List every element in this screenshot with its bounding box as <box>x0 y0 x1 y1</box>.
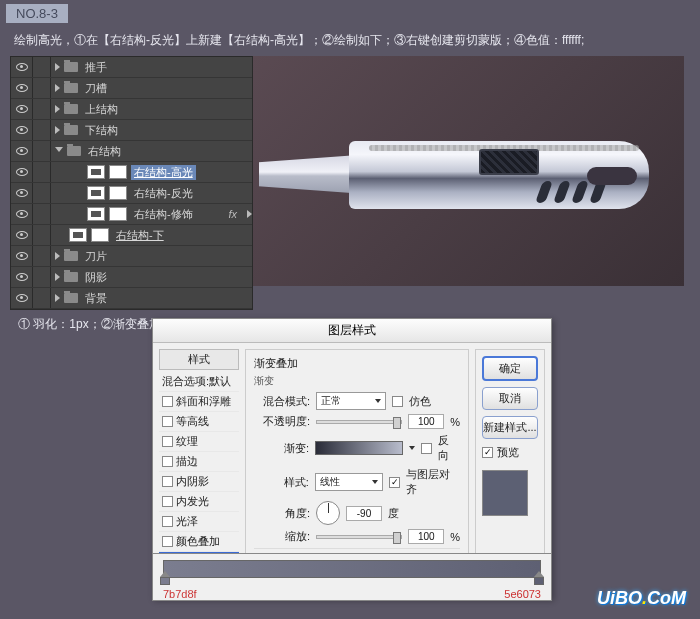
angle-dial[interactable] <box>316 501 340 525</box>
style-item-inner-shadow[interactable]: 内阴影 <box>159 472 239 492</box>
expand-icon[interactable] <box>55 84 60 92</box>
layer-row[interactable]: 背景 <box>11 288 252 309</box>
style-item-satin[interactable]: 光泽 <box>159 512 239 532</box>
layer-row[interactable]: 右结构-修饰fx <box>11 204 252 225</box>
folder-icon <box>64 125 78 135</box>
expand-icon[interactable] <box>247 210 252 218</box>
layer-row[interactable]: 阴影 <box>11 267 252 288</box>
checkbox[interactable] <box>162 496 173 507</box>
ok-button[interactable]: 确定 <box>482 356 538 381</box>
visibility-icon[interactable] <box>16 189 28 197</box>
visibility-icon[interactable] <box>16 63 28 71</box>
folder-icon <box>64 62 78 72</box>
checkbox[interactable] <box>162 396 173 407</box>
gradient-picker[interactable] <box>315 441 403 455</box>
blend-mode-select[interactable]: 正常 <box>316 392 386 410</box>
style-label: 描边 <box>176 454 198 469</box>
style-item-color-overlay[interactable]: 颜色叠加 <box>159 532 239 552</box>
dither-checkbox[interactable] <box>392 396 403 407</box>
visibility-icon[interactable] <box>16 84 28 92</box>
layer-label: 阴影 <box>82 270 110 285</box>
visibility-icon[interactable] <box>16 273 28 281</box>
new-style-button[interactable]: 新建样式... <box>482 416 538 439</box>
expand-icon[interactable] <box>55 294 60 302</box>
checkbox[interactable] <box>162 476 173 487</box>
align-checkbox[interactable] <box>389 477 400 488</box>
visibility-icon[interactable] <box>16 252 28 260</box>
layer-row[interactable]: 推手 <box>11 57 252 78</box>
visibility-icon[interactable] <box>16 126 28 134</box>
checkbox[interactable] <box>162 516 173 527</box>
style-label: 纹理 <box>176 434 198 449</box>
visibility-icon[interactable] <box>16 147 28 155</box>
mask-thumbnail[interactable] <box>109 165 127 179</box>
style-item-blend[interactable]: 混合选项:默认 <box>159 372 239 392</box>
chevron-down-icon <box>372 480 378 484</box>
opacity-unit: % <box>450 416 460 428</box>
layer-label: 刀片 <box>82 249 110 264</box>
layer-row[interactable]: 下结构 <box>11 120 252 141</box>
gradient-editor: 7b7d8f 5e6073 <box>152 553 552 601</box>
layer-row[interactable]: 上结构 <box>11 99 252 120</box>
layer-row[interactable]: 刀槽 <box>11 78 252 99</box>
gradient-bar[interactable] <box>163 560 541 578</box>
visibility-icon[interactable] <box>16 105 28 113</box>
scale-input[interactable]: 100 <box>408 529 444 544</box>
expand-icon[interactable] <box>55 252 60 260</box>
angle-input[interactable]: -90 <box>346 506 382 521</box>
style-label: 样式: <box>254 475 309 490</box>
mask-thumbnail[interactable] <box>109 207 127 221</box>
style-item-inner-glow[interactable]: 内发光 <box>159 492 239 512</box>
checkbox[interactable] <box>162 456 173 467</box>
style-select[interactable]: 线性 <box>315 473 384 491</box>
checkbox[interactable] <box>162 436 173 447</box>
collapse-icon[interactable] <box>55 147 63 156</box>
visibility-icon[interactable] <box>16 294 28 302</box>
mask-thumbnail[interactable] <box>109 186 127 200</box>
visibility-icon[interactable] <box>16 168 28 176</box>
layer-thumbnail[interactable] <box>87 165 105 179</box>
layer-thumbnail[interactable] <box>87 207 105 221</box>
visibility-icon[interactable] <box>16 231 28 239</box>
layer-thumbnail[interactable] <box>69 228 87 242</box>
style-item-texture[interactable]: 纹理 <box>159 432 239 452</box>
layer-row[interactable]: 右结构-高光 <box>11 162 252 183</box>
gradient-stop-left[interactable] <box>160 577 170 587</box>
layer-row[interactable]: 刀片 <box>11 246 252 267</box>
style-label: 颜色叠加 <box>176 534 220 549</box>
gradient-stop-right[interactable] <box>534 577 544 587</box>
chevron-down-icon[interactable] <box>409 446 415 450</box>
preview-checkbox[interactable] <box>482 447 493 458</box>
layer-label: 下结构 <box>82 123 121 138</box>
style-item-stroke[interactable]: 描边 <box>159 452 239 472</box>
checkbox[interactable] <box>162 416 173 427</box>
layer-row[interactable]: 右结构-下 <box>11 225 252 246</box>
layer-label: 上结构 <box>82 102 121 117</box>
cancel-button[interactable]: 取消 <box>482 387 538 410</box>
expand-icon[interactable] <box>55 273 60 281</box>
style-item-bevel[interactable]: 斜面和浮雕 <box>159 392 239 412</box>
opacity-slider[interactable] <box>316 420 402 424</box>
layer-row[interactable]: 右结构 <box>11 141 252 162</box>
layer-thumbnail[interactable] <box>87 186 105 200</box>
style-label: 等高线 <box>176 414 209 429</box>
step-number: NO.8-3 <box>6 4 68 23</box>
style-item-contour[interactable]: 等高线 <box>159 412 239 432</box>
chevron-down-icon <box>375 399 381 403</box>
layer-row[interactable]: 右结构-反光 <box>11 183 252 204</box>
mask-thumbnail[interactable] <box>91 228 109 242</box>
expand-icon[interactable] <box>55 63 60 71</box>
scale-slider[interactable] <box>316 535 402 539</box>
align-label: 与图层对齐 <box>406 467 460 497</box>
preview-swatch <box>482 470 528 516</box>
folder-icon <box>67 146 81 156</box>
expand-icon[interactable] <box>55 105 60 113</box>
visibility-icon[interactable] <box>16 210 28 218</box>
fx-indicator[interactable]: fx <box>228 208 237 220</box>
expand-icon[interactable] <box>55 126 60 134</box>
reverse-checkbox[interactable] <box>421 443 432 454</box>
color-value-right: 5e6073 <box>504 588 541 600</box>
checkbox[interactable] <box>162 536 173 547</box>
opacity-input[interactable]: 100 <box>408 414 444 429</box>
styles-header: 样式 <box>159 349 239 370</box>
